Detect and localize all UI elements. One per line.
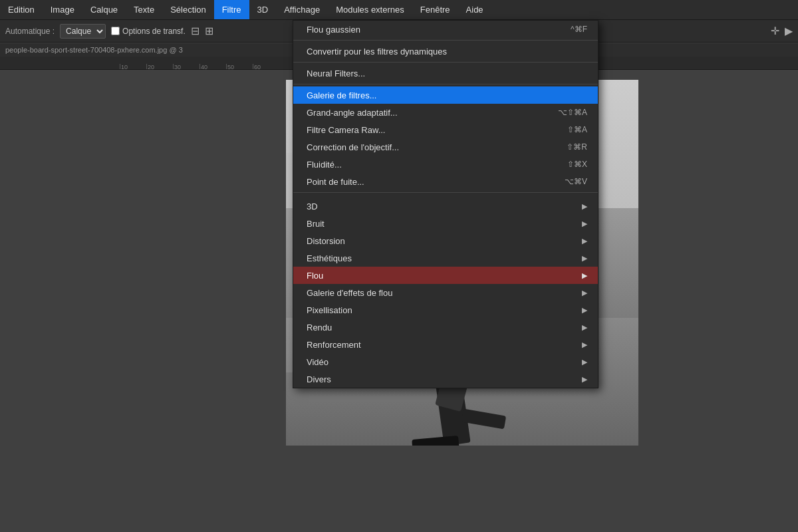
menu-bruit[interactable]: Bruit ▶ [293,215,598,232]
menu-grand-angle-label: Grand-angle adaptatif... [307,108,398,118]
separator-1 [293,40,598,41]
menu-pixellisation-arrow: ▶ [582,306,587,315]
menu-point-fuite-shortcut: ⌥⌘V [565,177,587,186]
menu-correction-objectif-label: Correction de l'objectif... [307,142,399,152]
menu-esthetiques[interactable]: Esthétiques ▶ [293,249,598,267]
menu-renforcement[interactable]: Renforcement ▶ [293,336,598,353]
menu-camera-raw-label: Filtre Camera Raw... [307,125,385,135]
menu-fluidite[interactable]: Fluidité... ⇧⌘X [293,156,598,173]
menu-fluidite-shortcut: ⇧⌘X [567,160,587,169]
menu-3d[interactable]: 3D ▶ [293,198,598,215]
menu-flou[interactable]: Flou ▶ [293,267,598,284]
menu-grand-angle-shortcut: ⌥⇧⌘A [558,108,587,117]
menu-galerie-effets-flou-arrow: ▶ [582,289,587,297]
menu-distorsion[interactable]: Distorsion ▶ [293,232,598,249]
menu-divers-arrow: ▶ [582,375,587,384]
menu-point-fuite-label: Point de fuite... [307,177,364,187]
menu-galerie-filtres-label: Galerie de filtres... [307,90,377,100]
menu-video-arrow: ▶ [582,358,587,366]
menu-neural[interactable]: Neural Filters... [293,65,598,82]
menu-convertir-label: Convertir pour les filtres dynamiques [307,47,447,57]
menu-esthetiques-arrow: ▶ [582,254,587,263]
menu-correction-objectif-shortcut: ⇧⌘R [567,142,587,152]
menu-camera-raw-shortcut: ⇧⌘A [567,125,587,134]
menu-renforcement-arrow: ▶ [582,340,587,349]
menu-galerie-effets-flou[interactable]: Galerie d'effets de flou ▶ [293,284,598,301]
menu-rendu-arrow: ▶ [582,323,587,332]
menu-flou-gaussien[interactable]: Flou gaussien ^⌘F [293,21,598,38]
menu-galerie-filtres[interactable]: Galerie de filtres... [293,86,598,104]
menu-video-label: Vidéo [307,357,329,367]
menu-flou-label: Flou [307,271,323,281]
menu-3d-arrow: ▶ [582,202,587,211]
dropdown-overlay: Flou gaussien ^⌘F Convertir pour les fil… [0,0,798,532]
menu-distorsion-label: Distorsion [307,236,345,246]
menu-pixellisation-label: Pixellisation [307,305,352,315]
separator-3 [293,84,598,84]
menu-camera-raw[interactable]: Filtre Camera Raw... ⇧⌘A [293,121,598,138]
menu-divers[interactable]: Divers ▶ [293,370,598,388]
menu-flou-gaussien-shortcut: ^⌘F [571,25,587,34]
menu-bruit-arrow: ▶ [582,219,587,228]
menu-point-fuite[interactable]: Point de fuite... ⌥⌘V [293,173,598,190]
menu-flou-arrow: ▶ [582,271,587,280]
menu-neural-label: Neural Filters... [307,68,365,78]
menu-grand-angle[interactable]: Grand-angle adaptatif... ⌥⇧⌘A [293,104,598,121]
menu-3d-label: 3D [307,201,318,211]
menu-distorsion-arrow: ▶ [582,237,587,245]
dropdown-menu: Flou gaussien ^⌘F Convertir pour les fil… [293,20,598,388]
menu-rendu[interactable]: Rendu ▶ [293,319,598,336]
menu-convertir[interactable]: Convertir pour les filtres dynamiques [293,43,598,60]
menu-fluidite-label: Fluidité... [307,160,342,170]
separator-4 [293,192,598,193]
menu-correction-objectif[interactable]: Correction de l'objectif... ⇧⌘R [293,138,598,156]
menu-divers-label: Divers [307,374,331,384]
menu-bruit-label: Bruit [307,219,325,229]
menu-pixellisation[interactable]: Pixellisation ▶ [293,301,598,319]
menu-flou-gaussien-label: Flou gaussien [307,25,360,35]
separator-2 [293,62,598,63]
menu-galerie-effets-flou-label: Galerie d'effets de flou [307,288,392,298]
menu-renforcement-label: Renforcement [307,340,361,350]
menu-rendu-label: Rendu [307,323,332,332]
menu-esthetiques-label: Esthétiques [307,253,352,263]
menu-video[interactable]: Vidéo ▶ [293,353,598,370]
